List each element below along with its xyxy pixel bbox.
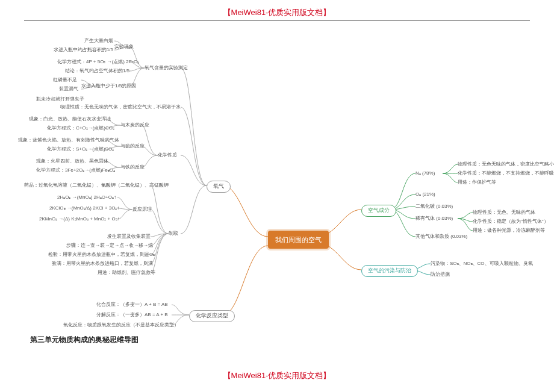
node-measure-conc: 结论：氧气约占空气体积的1/5 [63, 68, 129, 74]
node-iron-2: 化学方程式：3Fe+2O₂→(点燃)Fe₃O₄ [36, 167, 115, 173]
node-measure-note: 瓶未冷却就打开弹夹子 [36, 96, 84, 102]
node-decompose: 分解反应：（一变多）AB = A + B [96, 312, 168, 318]
node-wood-2: 化学方程式：C+O₂→(点燃)CO₂ [47, 125, 114, 131]
node-sulfur: 与硫的反应 [120, 143, 145, 149]
node-phen-1: 产生大量白烟 [66, 38, 113, 44]
node-n2-use: 用途：作保护气等 [458, 179, 496, 185]
node-eq3: 2KMnO₄ →(Δ) K₂MnO₄ + MnO₂ + O₂↑ [39, 216, 120, 222]
node-wood: 与木炭的反应 [120, 122, 149, 128]
node-use: 用途：助燃剂、医疗急救等 [98, 270, 155, 276]
caption-text: 第三单元物质构成的奥秘思维导图 [30, 335, 138, 345]
node-co2: 二氧化碳 (0.03%) [416, 204, 453, 210]
node-full: 验满：用带火星的木条放进瓶口，若复燃，则满 [52, 261, 153, 267]
center-topic[interactable]: 我们周围的空气 [268, 231, 329, 249]
node-noble-chem: 化学性质：稳定（故为"惰性气体"） [473, 219, 549, 225]
node-noble: 稀有气体 (0.03%) [416, 216, 453, 222]
node-drug: 药品：过氧化氢溶液（二氧化锰）、氯酸钾（二氧化锰）、高锰酸钾 [24, 182, 151, 188]
branch-pollution[interactable]: 空气的污染与防治 [361, 265, 418, 277]
node-noble-phys: 物理性质：无色、无味的气体 [473, 210, 535, 216]
node-n2-chem: 化学性质：不能燃烧，不支持燃烧，不能呼吸 [458, 170, 554, 176]
node-n2: N₂ (78%) [416, 170, 435, 176]
node-o2: O₂ (21%) [416, 191, 435, 198]
node-oxidation: 氧化反应：物质跟氧发生的反应（不是基本反应类型） [63, 322, 179, 328]
node-combine: 化合反应：（多变一）A + B = AB [96, 302, 168, 308]
node-eq2: 2KClO₃ →(MnO₂/Δ) 2KCl + 3O₂↑ [49, 205, 119, 211]
node-pollutants: 污染物：SO₂、NO₂、CO、可吸入颗粒物、臭氧 [431, 261, 533, 267]
node-less-2: 装置漏气 [59, 86, 78, 92]
node-less: 水进入瓶中少于1/5的原因 [81, 83, 136, 89]
node-eq1: 2H₂O₂ →(MnO₂) 2H₂O+O₂↑ [57, 194, 116, 201]
branch-reaction-type[interactable]: 化学反应类型 [189, 310, 235, 322]
node-prepare: 制取 [169, 231, 178, 237]
node-sulfur-1: 现象：蓝紫色火焰、放热、有刺激性气味的气体 [18, 137, 119, 143]
node-phenomena: 实验现象 [114, 44, 134, 50]
node-steps: 步骤：连→查→装→定→点→收→移→熄 [66, 243, 153, 249]
branch-components[interactable]: 空气成分 [361, 205, 396, 217]
branch-oxygen[interactable]: 氧气 [207, 181, 231, 193]
node-iron: 与铁的反应 [120, 164, 145, 170]
node-check: 检验：用带火星的木条放进瓶中，若复燃，则是O₂ [48, 252, 155, 258]
node-less-1: 红磷量不足 [53, 77, 77, 83]
page-footer: 【MeiWei81-优质实用版文档】 [0, 370, 554, 381]
node-measure: 氧气含量的实验测定 [145, 65, 188, 71]
node-phen-2: 水进入瓶中约占瓶容积的1/5 [47, 47, 113, 53]
node-n2-phys: 物理性质：无色无味的气体，密度比空气略小，难溶于水 [458, 161, 554, 167]
page-header: 【MeiWei81-优质实用版文档】 [0, 7, 554, 18]
node-sulfur-2: 化学方程式：S+O₂→(点燃)SO₂ [47, 146, 114, 152]
node-principle: 反应原理 [132, 207, 152, 213]
mindmap-diagram: 我们周围的空气 空气成分 N₂ (78%) 物理性质：无色无味的气体，密度比空气… [0, 29, 554, 330]
node-other-gas: 其他气体和杂质 (0.03%) [416, 234, 467, 240]
node-measure-eq: 化学方程式：4P + 5O₂ →(点燃) 2P₂O₅ [57, 59, 129, 65]
header-rule [24, 20, 530, 21]
node-noble-use: 用途：做各种光源，冷冻麻醉剂等 [473, 228, 545, 234]
node-iron-1: 现象：火星四射、放热、黑色固体 [36, 158, 108, 164]
node-device: 发生装置及收集装置 [107, 234, 151, 240]
node-oxygen-phys: 物理性质：无色无味的气体，密度比空气大，不易溶于水 [57, 104, 181, 110]
node-wood-1: 现象：白光、放热、能使石灰水变浑浊 [29, 116, 111, 122]
node-chemical: 化学性质 [158, 152, 177, 158]
node-prevention: 防治措施 [431, 272, 450, 278]
